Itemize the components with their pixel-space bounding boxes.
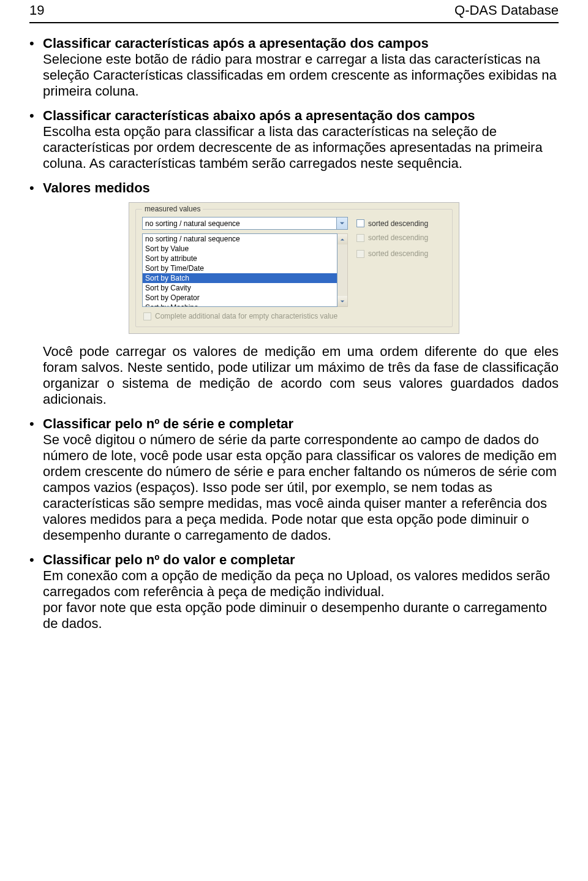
checkbox-icon <box>356 219 364 227</box>
scroll-up-button[interactable] <box>337 234 347 244</box>
checkbox-label: Complete additional data for empty chara… <box>155 312 337 320</box>
bullet-marker: • <box>29 108 43 172</box>
list-item[interactable]: no sorting / natural sequence <box>143 234 337 244</box>
bullet-text: Se você digitou o número de série da par… <box>43 432 557 543</box>
list-item[interactable]: Sort by Machine <box>143 303 337 307</box>
measured-values-fieldset: measured values no sorting / natural seq… <box>135 209 453 327</box>
screenshot-container: measured values no sorting / natural seq… <box>29 202 559 334</box>
sorted-descending-check-3[interactable]: sorted descending <box>356 249 446 258</box>
page-number: 19 <box>29 2 44 18</box>
document-page: 19 Q-DAS Database • Classificar caracter… <box>0 0 588 670</box>
bullet-title: Classificar pelo nº do valor e completar <box>43 552 559 568</box>
list-item[interactable]: Sort by Time/Date <box>143 263 337 273</box>
bullet-item: • Classificar pelo nº do valor e complet… <box>29 552 559 632</box>
sort-combo-row: no sorting / natural sequence sorted des… <box>142 217 446 230</box>
page-header: 19 Q-DAS Database <box>29 0 559 22</box>
bullet-title: Valores medidos <box>43 180 559 196</box>
bullet-marker: • <box>29 416 43 543</box>
checkbox-icon <box>356 234 364 242</box>
after-screenshot-paragraph: Você pode carregar os valores de medição… <box>43 344 559 407</box>
bullet-title: Classificar pelo nº de série e completar <box>43 416 559 432</box>
chevron-down-icon <box>340 299 345 304</box>
checkbox-label: sorted descending <box>368 219 428 228</box>
sorted-descending-check-2[interactable]: sorted descending <box>356 233 446 242</box>
header-title: Q-DAS Database <box>454 2 559 18</box>
checkbox-icon <box>143 312 151 320</box>
sort-listbox-row: no sorting / natural sequenceSort by Val… <box>142 233 446 307</box>
sorted-descending-check-1[interactable]: sorted descending <box>348 219 446 228</box>
bullet-marker: • <box>29 36 43 99</box>
list-item[interactable]: Sort by Cavity <box>143 283 337 293</box>
checkbox-label: sorted descending <box>368 249 428 258</box>
fieldset-legend: measured values <box>142 205 203 213</box>
checkbox-icon <box>356 250 364 258</box>
bullet-marker: • <box>29 180 43 196</box>
bullet-item: • Classificar características após a apr… <box>29 36 559 99</box>
listbox-scrollbar[interactable] <box>337 233 348 307</box>
measured-values-panel: measured values no sorting / natural seq… <box>129 202 459 334</box>
sort-combo-value: no sorting / natural sequence <box>145 219 240 228</box>
list-item[interactable]: Sort by Operator <box>143 293 337 303</box>
sort-combo[interactable]: no sorting / natural sequence <box>142 217 337 230</box>
bullet-item: • Classificar pelo nº de série e complet… <box>29 416 559 543</box>
chevron-up-icon <box>340 237 345 242</box>
chevron-down-icon <box>339 221 345 226</box>
list-item[interactable]: Sort by Batch <box>143 273 337 283</box>
bullet-title: Classificar características abaixo após … <box>43 108 559 124</box>
bullet-title: Classificar características após a apres… <box>43 36 559 51</box>
complete-additional-data-check[interactable]: Complete additional data for empty chara… <box>142 312 446 320</box>
bullet-text: Em conexão com a opção de medição da peç… <box>43 568 550 631</box>
header-underline <box>29 22 559 23</box>
list-item[interactable]: Sort by Value <box>143 244 337 254</box>
right-check-stack: sorted descending sorted descending <box>348 233 446 307</box>
bullet-marker: • <box>29 552 43 632</box>
scroll-down-button[interactable] <box>337 296 347 306</box>
sort-combo-dropdown-button[interactable] <box>337 217 348 230</box>
checkbox-label: sorted descending <box>368 233 428 242</box>
sort-listbox[interactable]: no sorting / natural sequenceSort by Val… <box>142 233 337 307</box>
bullet-text: Selecione este botão de rádio para mostr… <box>43 51 557 99</box>
list-item[interactable]: Sort by attribute <box>143 254 337 263</box>
bullet-item: • Valores medidos <box>29 180 559 196</box>
bullet-item: • Classificar características abaixo apó… <box>29 108 559 172</box>
bullet-text: Escolha esta opção para classificar a li… <box>43 124 543 171</box>
